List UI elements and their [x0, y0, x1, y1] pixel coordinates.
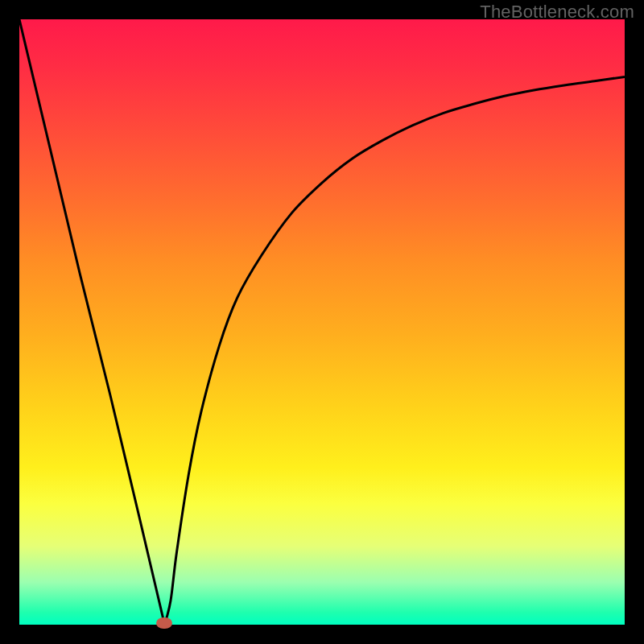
optimal-point-marker: [156, 617, 172, 629]
curve-path: [19, 19, 625, 625]
plot-area: [19, 19, 625, 625]
watermark-text: TheBottleneck.com: [480, 2, 634, 23]
bottleneck-curve: [19, 19, 625, 625]
